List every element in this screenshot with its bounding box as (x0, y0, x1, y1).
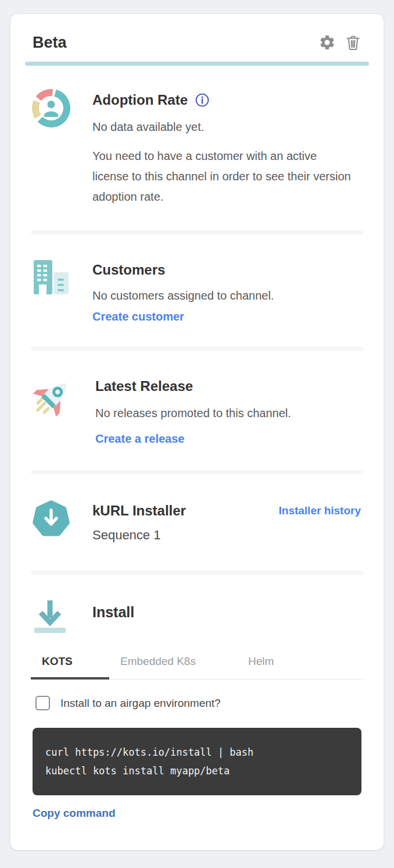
airgap-checkbox[interactable] (35, 696, 50, 710)
card-header: Beta (24, 33, 370, 52)
header-actions (318, 34, 361, 51)
adoption-rate-status: No data available yet. (92, 118, 363, 136)
command-line: kubectl kots install myapp/beta (45, 765, 230, 777)
tab-embedded-k8s[interactable]: Embedded K8s (109, 655, 237, 680)
kurl-installer-title: kURL Installer (92, 501, 279, 521)
latest-release-section: Latest Release No releases promoted to t… (24, 351, 370, 470)
install-tabs: KOTS Embedded K8s Helm (31, 655, 363, 680)
rocket-icon (31, 374, 74, 446)
airgap-option: Install to an airgap environment? (35, 696, 363, 710)
info-icon[interactable] (195, 93, 210, 108)
customers-title: Customers (92, 260, 363, 280)
section-divider (31, 347, 363, 351)
download-icon (31, 598, 69, 639)
copy-command-link[interactable]: Copy command (33, 807, 116, 820)
gear-icon[interactable] (318, 34, 336, 51)
channel-card: Beta (10, 13, 384, 851)
latest-release-status: No releases promoted to this channel. (95, 404, 363, 422)
customers-building-icon (31, 258, 71, 323)
install-section-header: Install (24, 575, 370, 639)
command-line: curl https://kots.io/install | bash (45, 746, 253, 758)
channel-accent-bar (25, 62, 369, 66)
install-title: Install (92, 598, 134, 639)
kurl-installer-icon (31, 499, 71, 544)
trash-icon[interactable] (344, 34, 361, 51)
customers-status: No customers assigned to channel. (92, 287, 363, 304)
section-divider (31, 230, 363, 234)
install-command-block: curl https://kots.io/install | bash kube… (33, 728, 361, 795)
kurl-installer-section: kURL Installer Sequence 1 Installer hist… (24, 474, 370, 571)
tab-kots[interactable]: KOTS (31, 655, 109, 680)
section-divider (31, 571, 363, 575)
adoption-rate-description: You need to have a customer with an acti… (92, 146, 351, 207)
adoption-rate-section: Adoption Rate No data available yet. You… (24, 66, 370, 230)
installer-history-link[interactable]: Installer history (279, 504, 364, 517)
airgap-label: Install to an airgap environment? (60, 697, 221, 710)
create-release-link[interactable]: Create a release (95, 432, 184, 446)
section-divider (31, 470, 363, 474)
adoption-rate-icon (31, 88, 71, 207)
kurl-sequence: Sequence 1 (92, 527, 279, 544)
adoption-rate-title: Adoption Rate (92, 90, 188, 110)
create-customer-link[interactable]: Create customer (92, 310, 184, 323)
channel-title: Beta (33, 34, 318, 52)
tab-helm[interactable]: Helm (237, 655, 330, 680)
latest-release-title: Latest Release (95, 376, 363, 396)
customers-section: Customers No customers assigned to chann… (24, 234, 370, 347)
